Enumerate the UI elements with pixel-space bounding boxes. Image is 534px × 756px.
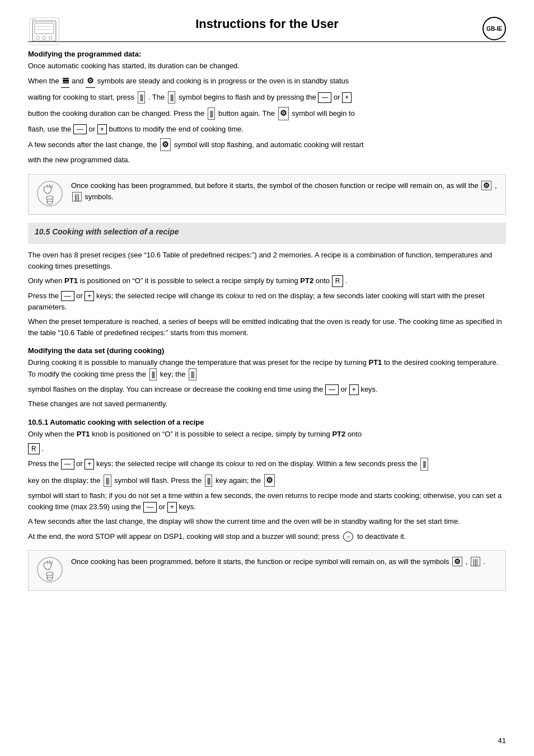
- header-logo: [28, 17, 62, 48]
- cooking-recipe-title: 10.5 Cooking with selection of a recipe: [35, 227, 499, 236]
- pt1-ref-2: PT1: [368, 358, 382, 367]
- modifying-p6: A few seconds after the last change, the…: [28, 138, 506, 152]
- minus-button-2: —: [73, 124, 87, 135]
- cooking-recipe-section: 10.5 Cooking with selection of a recipe: [28, 223, 506, 244]
- mds-p3: These changes are not saved permanently.: [28, 398, 506, 410]
- p2-text-c: symbols are steady and cooking is in pro…: [97, 77, 349, 85]
- modifying-p7: with the new programmed data.: [28, 154, 506, 166]
- note-timer-sym-1: ⚙: [481, 181, 491, 190]
- timer-symbol-4: ⚙: [264, 474, 275, 487]
- modifying-programmed-section: Modifying the programmed data: Once auto…: [28, 50, 506, 166]
- minus-button-1: —: [318, 92, 331, 103]
- ac-p5: A few seconds after the last change, the…: [28, 516, 506, 527]
- note-box-2: Once cooking has been programmed, before…: [28, 550, 506, 591]
- note-box-1: Once cooking has been programmed, but be…: [28, 174, 506, 215]
- plus-button-4: +: [349, 384, 359, 395]
- modifying-p2: When the 𝌆 and ⚙ symbols are steady and …: [28, 75, 506, 88]
- pt1-ref-3: PT1: [77, 430, 90, 438]
- clock-symbol-4: |||: [208, 107, 216, 120]
- ac-p3: key on the display; the ||| symbol will …: [28, 474, 506, 487]
- modifying-dataset-section: Modifying the data set (during cooking) …: [28, 346, 506, 410]
- page-title: Instructions for the User: [195, 17, 338, 31]
- note-text-2: Once cooking has been programmed, before…: [71, 556, 485, 567]
- p2-text-b: and: [72, 77, 84, 85]
- modifying-p5: flash, use the — or + buttons to modify …: [28, 124, 506, 135]
- p2-text-a: When the: [28, 77, 59, 85]
- clock-symbol-2: |||: [138, 91, 146, 104]
- note-timer-sym-2: ⚙: [452, 557, 462, 566]
- plus-button-1: +: [342, 92, 352, 103]
- page: Instructions for the User GB-IE Modifyin…: [0, 0, 534, 756]
- cr-p1: The oven has 8 preset recipes (see “10.6…: [28, 250, 506, 272]
- pt2-ref-2: PT2: [332, 430, 345, 438]
- ac-r-box: R .: [28, 443, 506, 455]
- ac-p6: At the end, the word STOP will appear on…: [28, 531, 506, 542]
- clock-symbol-9: |||: [205, 475, 213, 487]
- clock-symbol-8: |||: [104, 475, 111, 487]
- clock-symbol-6: |||: [189, 368, 196, 381]
- svg-point-4: [43, 36, 46, 40]
- r-box-1: R: [332, 275, 344, 287]
- timer-symbol-3: ⚙: [160, 138, 171, 152]
- note-icon-1: [36, 180, 63, 209]
- minus-button-5: —: [61, 459, 74, 469]
- r-box-2: R: [28, 443, 40, 455]
- minus-button-6: —: [143, 502, 157, 513]
- plus-button-5: +: [85, 459, 94, 469]
- auto-cooking-title: 10.5.1 Automatic cooking with selection …: [28, 418, 506, 426]
- clock-symbol-3: |||: [168, 91, 176, 104]
- modifying-p1: Once automatic cooking has started, its …: [28, 60, 506, 72]
- note-text-1: Once cooking has been programmed, but be…: [71, 180, 498, 203]
- plus-button-3: +: [85, 291, 94, 302]
- modifying-dataset-title: Modifying the data set (during cooking): [28, 346, 506, 355]
- page-header: Instructions for the User GB-IE: [28, 17, 506, 31]
- note-clock-sym-2: |||: [471, 557, 480, 566]
- ac-p1: Only when the PT1 knob is positioned on …: [28, 429, 506, 440]
- modifying-programmed-title: Modifying the programmed data:: [28, 50, 506, 58]
- auto-cooking-section: 10.5.1 Automatic cooking with selection …: [28, 418, 506, 542]
- plus-button-2: +: [97, 124, 107, 135]
- note-clock-sym-1: |||: [72, 192, 82, 201]
- minus-button-4: —: [325, 384, 339, 395]
- mds-p2: symbol flashes on the display. You can i…: [28, 384, 506, 395]
- svg-rect-2: [35, 23, 54, 34]
- clock-symbol-5: |||: [149, 368, 157, 381]
- cooking-recipe-content: The oven has 8 preset recipes (see “10.6…: [28, 250, 506, 339]
- country-badge: GB-IE: [483, 17, 506, 40]
- mds-p1: During cooking it is possible to manuall…: [28, 357, 506, 381]
- clock-symbol-1: 𝌆: [61, 75, 69, 88]
- timer-symbol-2: ⚙: [278, 107, 289, 120]
- note-icon-2: [36, 556, 63, 585]
- modifying-p4: button the cooking duration can be chang…: [28, 107, 506, 120]
- pt1-ref-1: PT1: [64, 276, 78, 285]
- cr-p3: Press the — or + keys; the selected reci…: [28, 290, 506, 313]
- p3-text-a: waiting for cooking to start, press: [28, 93, 134, 101]
- pt2-ref-1: PT2: [300, 276, 313, 285]
- minus-button-3: —: [61, 291, 74, 302]
- page-number: 41: [498, 736, 506, 745]
- modifying-p3: waiting for cooking to start, press ||| …: [28, 91, 506, 104]
- ac-p2: Press the — or + keys; the selected reci…: [28, 458, 506, 470]
- ac-p4: symbol will start to flash; if you do no…: [28, 490, 506, 513]
- timer-symbol-1: ⚙: [86, 75, 95, 88]
- plus-button-6: +: [167, 502, 177, 513]
- svg-point-3: [36, 36, 40, 40]
- cr-p4: When the preset temperature is reached, …: [28, 316, 506, 339]
- svg-point-5: [49, 36, 53, 40]
- clock-symbol-7: |||: [420, 458, 428, 470]
- stop-button-sym: ○: [343, 532, 353, 542]
- header-divider: [28, 41, 506, 42]
- cr-p2: Only when PT1 is positioned on “O” it is…: [28, 275, 506, 287]
